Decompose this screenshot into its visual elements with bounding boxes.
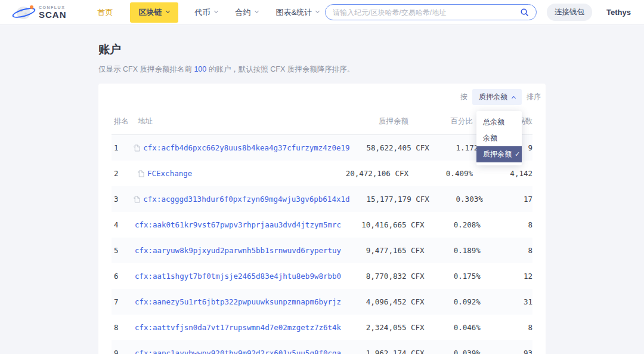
chevron-down-icon	[213, 9, 218, 13]
address-link[interactable]: cfx:aanezy5u1rt6jbtp322pwpuuwksunpzmnapm…	[135, 297, 341, 306]
staked-cell: 4,096,452 CFX	[341, 297, 425, 306]
network-selector[interactable]: Tethys	[606, 8, 631, 17]
page-title: 账户	[98, 42, 546, 57]
navbar: CONFLUX SCAN 首页 区块链 代币 合约	[0, 0, 644, 25]
address-link[interactable]: cfx:aak0t61kr9vst67pwpv3rhprjaau3dvd4jtz…	[135, 220, 341, 229]
connect-wallet-button[interactable]: 连接钱包	[547, 4, 592, 21]
txcount-cell: 31	[481, 297, 532, 306]
contract-icon	[138, 170, 144, 177]
address-link[interactable]: cfx:aaryuw8k9pjxyud2parwnh5bb1srnwuvd6ry…	[135, 246, 341, 255]
rank-cell: 6	[112, 272, 135, 281]
chevron-down-icon	[254, 9, 258, 13]
address-link[interactable]: cfx:acfb4d6pxc662y8uus8b4kea4g37cfurzymz…	[143, 143, 349, 152]
address-link[interactable]: FCExchange	[147, 169, 192, 178]
check-icon: ✓	[515, 146, 520, 162]
address-cell: cfx:aapc1ayybwwpy920thy9m92d2rx601v5uu5g…	[135, 349, 341, 354]
staked-cell: 2,324,055 CFX	[341, 323, 425, 332]
address-link[interactable]: cfx:acgggd313hdur6f0pxfzyn69mg4wju3gv6pb…	[143, 195, 349, 204]
nav-item[interactable]: 首页	[97, 2, 114, 23]
percentage-cell: 0.189%	[425, 246, 481, 255]
txcount-cell: 8	[481, 220, 532, 229]
chevron-down-icon	[315, 9, 320, 13]
accounts-card: 按 质押余额 排序 总余额 余额 质押余额	[98, 84, 546, 354]
staked-cell: 9,477,165 CFX	[341, 246, 425, 255]
sort-option[interactable]: 余额	[476, 130, 522, 146]
address-cell: cfx:aaryuw8k9pjxyud2parwnh5bb1srnwuvd6ry…	[135, 246, 341, 255]
subtitle-suffix: 的账户，默认按照 CFX 质押余额降序排序。	[206, 65, 354, 73]
sort-dropdown-menu: 总余额 余额 质押余额 ✓	[476, 111, 522, 165]
table-row: 3 cfx:acgggd313hdur6f0pxfzyn69mg4wju3gv6…	[112, 186, 532, 212]
sort-option-label: 质押余额	[483, 146, 512, 162]
nav-item-label: 合约	[236, 7, 251, 18]
staked-cell: 8,770,832 CFX	[341, 272, 425, 281]
rank-cell: 9	[112, 349, 135, 354]
rank-cell: 3	[112, 195, 134, 204]
address-cell: cfx:aat1shgyt7bf0tmjsje2465d83e4jhtu8eb9…	[135, 272, 341, 281]
sort-control: 按 质押余额 排序	[98, 84, 546, 107]
sort-option-label: 总余额	[483, 114, 504, 130]
table-row: 9 cfx:aapc1ayybwwpy920thy9m92d2rx601v5uu…	[112, 340, 532, 354]
table-row: 5 cfx:aaryuw8k9pjxyud2parwnh5bb1srnwuvd6…	[112, 238, 532, 263]
rank-cell: 4	[112, 220, 135, 229]
rank-cell: 7	[112, 297, 135, 306]
sort-selected-value: 质押余额	[479, 92, 507, 102]
logo-conflux-label: CONFLUX	[39, 5, 67, 10]
address-cell: FCExchange	[138, 169, 313, 178]
main-nav: 首页 区块链 代币 合约 图表&统计	[97, 2, 321, 23]
address-cell: cfx:acfb4d6pxc662y8uus8b4kea4g37cfurzymz…	[134, 143, 349, 152]
txcount-cell: 8	[481, 246, 532, 255]
address-link[interactable]: cfx:aattvfjsn0da7vt17rupswmn4d7e02mzgetz…	[135, 323, 341, 332]
table-row: 1 cfx:acfb4d6pxc662y8uus8b4kea4g37cfurzy…	[112, 135, 532, 161]
address-cell: cfx:acgggd313hdur6f0pxfzyn69mg4wju3gv6pb…	[134, 195, 349, 204]
logo-text: CONFLUX SCAN	[39, 5, 67, 19]
contract-icon	[134, 196, 140, 203]
rank-cell: 5	[112, 246, 135, 255]
chevron-down-icon	[165, 9, 169, 13]
address-link[interactable]: cfx:aat1shgyt7bf0tmjsje2465d83e4jhtu8eb9…	[135, 272, 341, 281]
nav-item[interactable]: 代币	[194, 2, 219, 23]
contract-icon	[134, 144, 140, 152]
sort-suffix-label: 排序	[527, 92, 541, 102]
rank-cell: 8	[112, 323, 135, 332]
header-percentage: 百分比	[408, 116, 473, 127]
nav-item-label: 图表&统计	[276, 7, 312, 18]
address-link[interactable]: cfx:aapc1ayybwwpy920thy9m92d2rx601v5uu5g…	[135, 349, 341, 354]
sort-option[interactable]: 总余额	[476, 114, 522, 130]
nav-item-label: 区块链	[139, 7, 162, 18]
txcount-cell: 4,142	[473, 169, 532, 178]
address-cell: cfx:aanezy5u1rt6jbtp322pwpuuwksunpzmnapm…	[135, 297, 341, 306]
address-cell: cfx:aattvfjsn0da7vt17rupswmn4d7e02mzgetz…	[135, 323, 341, 332]
nav-item[interactable]: 区块链	[130, 2, 178, 23]
subtitle-top-count: 100	[194, 65, 206, 73]
txcount-cell: 8	[481, 323, 532, 332]
staked-cell: 20,472,106 CFX	[313, 169, 408, 178]
rank-cell: 1	[112, 143, 134, 152]
percentage-cell: 0.039%	[425, 349, 481, 354]
chevron-up-icon	[512, 96, 516, 100]
address-cell: cfx:aak0t61kr9vst67pwpv3rhprjaau3dvd4jtz…	[135, 220, 341, 229]
percentage-cell: 0.046%	[425, 323, 481, 332]
nav-item-label: 代币	[195, 7, 210, 18]
percentage-cell: 0.208%	[425, 220, 481, 229]
table-header: 排名 地址 质押余额 百分比 交易数	[112, 107, 532, 135]
sort-select[interactable]: 质押余额	[472, 89, 522, 105]
table-row: 7 cfx:aanezy5u1rt6jbtp322pwpuuwksunpzmna…	[112, 289, 532, 315]
table-body: 1 cfx:acfb4d6pxc662y8uus8b4kea4g37cfurzy…	[112, 135, 532, 354]
search-input[interactable]	[333, 8, 520, 17]
table-row: 4 cfx:aak0t61kr9vst67pwpv3rhprjaau3dvd4j…	[112, 212, 532, 238]
nav-item[interactable]: 图表&统计	[275, 2, 321, 23]
percentage-cell: 0.175%	[425, 272, 481, 281]
staked-cell: 58,622,405 CFX	[350, 143, 429, 152]
txcount-cell: 93	[481, 349, 532, 354]
page-subtitle: 仅显示 CFX 质押余额排名前 100 的账户，默认按照 CFX 质押余额降序排…	[98, 64, 546, 75]
table-row: 2 FCExchange 20,472,106 CFX	[112, 161, 532, 186]
rank-cell: 2	[112, 169, 138, 178]
percentage-cell: 0.409%	[408, 169, 473, 178]
search-icon[interactable]	[520, 8, 529, 17]
main-content: 账户 仅显示 CFX 质押余额排名前 100 的账户，默认按照 CFX 质押余额…	[98, 42, 546, 354]
sort-prefix-label: 按	[460, 92, 467, 102]
confluxscan-logo[interactable]: CONFLUX SCAN	[13, 4, 67, 21]
nav-item[interactable]: 合约	[234, 2, 259, 23]
sort-option[interactable]: 质押余额 ✓	[476, 146, 522, 162]
header-address: 地址	[138, 116, 313, 127]
